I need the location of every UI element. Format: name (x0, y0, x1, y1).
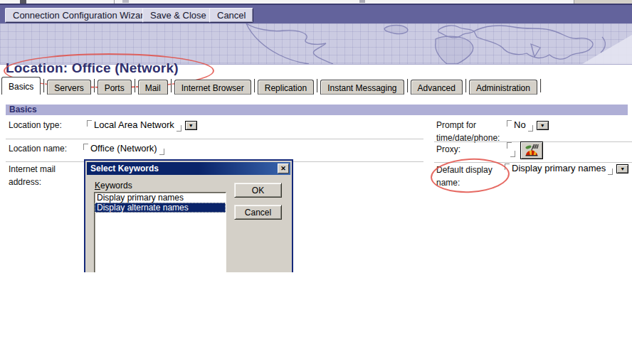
dialog-titlebar[interactable]: Select Keywords ✕ (87, 162, 290, 175)
tab-separator (540, 79, 541, 92)
internet-mail-address-label: Internet mail address: (9, 163, 71, 188)
clipped-icon (359, 0, 365, 3)
divider (6, 139, 423, 139)
tab-servers[interactable]: Servers (47, 80, 90, 95)
location-type-field[interactable]: Local Area Network ▼ (87, 119, 197, 132)
list-item[interactable]: Display primary names (95, 193, 226, 203)
tab-administration[interactable]: Administration (469, 80, 537, 95)
default-display-name-field[interactable]: Display primary names ▼ (505, 163, 628, 175)
location-document-window: Connection Configuration Wizard Save & C… (0, 0, 632, 364)
clipped-icon (122, 0, 129, 3)
cancel-button[interactable]: Cancel (234, 205, 282, 220)
save-and-close-button[interactable]: Save & Close (142, 8, 214, 23)
tab-basics[interactable]: Basics (1, 77, 41, 95)
tab-mail[interactable]: Mail (138, 80, 168, 95)
chevron-down-icon[interactable]: ▼ (185, 121, 197, 130)
location-type-value[interactable]: Local Area Network (94, 119, 174, 130)
keywords-label: Keywords (95, 181, 132, 191)
tab-separator (254, 79, 255, 92)
location-name-label: Location name: (9, 142, 67, 155)
default-display-name-value[interactable]: Display primary names (512, 163, 606, 173)
action-button-bar: Connection Configuration Wizard Save & C… (0, 5, 632, 23)
field-open-bracket (507, 142, 512, 149)
keywords-listbox[interactable]: Display primary names Display alternate … (94, 192, 226, 272)
location-type-label: Location type: (9, 119, 62, 132)
section-header-basics: Basics (6, 105, 628, 115)
list-item-selected[interactable]: Display alternate names (95, 203, 226, 213)
tab-separator (407, 79, 408, 92)
location-name-field[interactable]: Office (Network) (83, 143, 164, 155)
tab-ports[interactable]: Ports (98, 80, 132, 95)
field-close-bracket (177, 125, 181, 132)
prompt-for-value[interactable]: No (514, 119, 526, 130)
tab-separator (135, 79, 135, 92)
field-open-bracket (83, 144, 88, 150)
field-close-bracket (510, 151, 515, 157)
dialog-body: Keywords Display primary names Display a… (87, 175, 290, 272)
proxy-settings-button[interactable] (520, 141, 543, 159)
dialog-clip-region: Select Keywords ✕ Keywords Display prima… (84, 159, 293, 272)
document-banner: Location: Office (Network) (0, 23, 632, 65)
close-icon[interactable]: ✕ (278, 164, 289, 173)
location-name-value[interactable]: Office (Network) (90, 143, 157, 154)
tab-bar: Basics Servers Ports Mail Internet Brows… (1, 77, 544, 95)
select-keywords-dialog: Select Keywords ✕ Keywords Display prima… (84, 159, 293, 272)
tab-separator (94, 79, 95, 92)
tab-separator (465, 79, 466, 92)
field-close-bracket (528, 125, 533, 132)
tab-separator (171, 79, 172, 92)
field-close-bracket (608, 168, 613, 175)
dialog-title: Select Keywords (90, 164, 278, 173)
ok-button[interactable]: OK (234, 183, 282, 198)
field-open-bracket (87, 120, 92, 127)
chevron-down-icon[interactable]: ▼ (616, 164, 628, 173)
connection-configuration-wizard-button[interactable]: Connection Configuration Wizard (5, 8, 157, 23)
tab-internet-browser[interactable]: Internet Browser (174, 80, 251, 95)
prompt-for-time-date-phone-label: Prompt for time/date/phone: (436, 119, 509, 144)
tab-separator (317, 79, 317, 92)
propeller-hat-icon (524, 144, 539, 157)
tab-replication[interactable]: Replication (258, 80, 314, 95)
tab-advanced[interactable]: Advanced (411, 80, 463, 95)
tab-separator (43, 79, 44, 92)
prompt-for-time-date-phone-field[interactable]: No ▼ (507, 119, 549, 132)
proxy-label: Proxy: (436, 143, 460, 156)
field-open-bracket (507, 120, 512, 127)
cancel-button[interactable]: Cancel (209, 8, 253, 23)
tab-instant-messaging[interactable]: Instant Messaging (320, 80, 404, 95)
field-close-bracket (159, 149, 164, 155)
chevron-down-icon[interactable]: ▼ (537, 121, 549, 130)
